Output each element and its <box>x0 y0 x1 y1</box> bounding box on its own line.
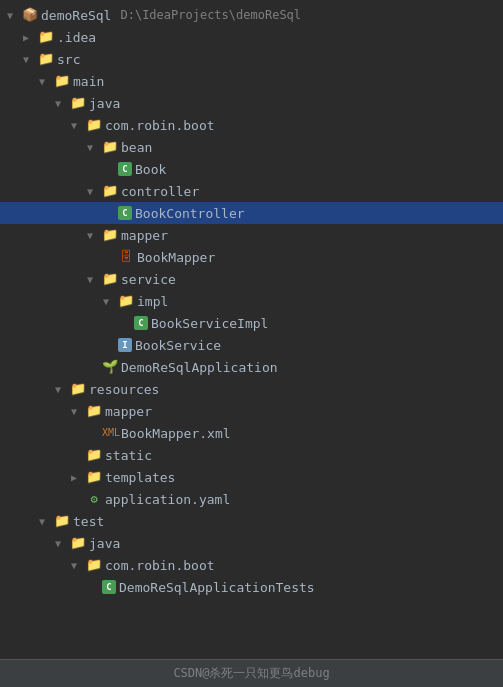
tree-item-label: mapper <box>121 228 168 243</box>
tree-indent <box>0 426 84 441</box>
tree-item-inner: 📁com.robin.boot <box>0 117 215 133</box>
tree-arrow[interactable] <box>55 384 67 395</box>
tree-indent <box>0 580 84 595</box>
tree-item-label: java <box>89 536 120 551</box>
folder-blue-icon: 📁 <box>70 535 86 551</box>
folder-blue-icon: 📁 <box>102 271 118 287</box>
tree-item-java[interactable]: 📁java <box>0 92 503 114</box>
folder-icon: 📁 <box>86 469 102 485</box>
tree-item-BookMapper.xml[interactable]: XMLBookMapper.xml <box>0 422 503 444</box>
tree-indent <box>0 492 68 507</box>
tree-item-inner: 📁service <box>0 271 176 287</box>
tree-arrow[interactable] <box>39 516 51 527</box>
tree-item-inner: 📁java <box>0 535 120 551</box>
tree-item-controller[interactable]: 📁controller <box>0 180 503 202</box>
tree-arrow[interactable] <box>71 406 83 417</box>
tree-item-inner: 📁resources <box>0 381 159 397</box>
tree-item-com.robin.boot[interactable]: 📁com.robin.boot <box>0 114 503 136</box>
tree-item-label: demoReSql <box>41 8 111 23</box>
tree-arrow[interactable] <box>23 32 35 43</box>
tree-item-static[interactable]: 📁static <box>0 444 503 466</box>
tree-item-main[interactable]: 📁main <box>0 70 503 92</box>
tree-item-inner: 📁com.robin.boot <box>0 557 215 573</box>
tree-item-inner: CBook <box>0 162 166 177</box>
tree-arrow[interactable] <box>55 98 67 109</box>
file-tree[interactable]: 📦demoReSqlD:\IdeaProjects\demoReSql 📁.id… <box>0 0 503 687</box>
tree-arrow[interactable] <box>71 560 83 571</box>
tree-item-label: BookMapper <box>137 250 215 265</box>
tree-arrow[interactable] <box>55 538 67 549</box>
tree-item-impl[interactable]: 📁impl <box>0 290 503 312</box>
tree-indent <box>0 272 84 287</box>
tree-item-mapper[interactable]: 📁mapper <box>0 224 503 246</box>
tree-item-com.robin.boot-test[interactable]: 📁com.robin.boot <box>0 554 503 576</box>
tree-arrow[interactable] <box>71 472 83 483</box>
tree-indent <box>0 250 100 265</box>
tree-item-inner: CDemoReSqlApplicationTests <box>0 580 315 595</box>
class-icon: C <box>134 316 148 330</box>
tree-arrow[interactable] <box>87 142 99 153</box>
tree-item-label: BookService <box>135 338 221 353</box>
folder-blue-icon: 📁 <box>86 557 102 573</box>
tree-indent <box>0 360 84 375</box>
tree-item-inner: CBookServiceImpl <box>0 316 268 331</box>
tree-arrow[interactable] <box>23 54 35 65</box>
tree-item-inner: XMLBookMapper.xml <box>0 425 231 441</box>
tree-arrow[interactable] <box>103 296 115 307</box>
class-icon: C <box>118 206 132 220</box>
tree-item-inner: 📁main <box>0 73 104 89</box>
folder-blue-icon: 📁 <box>102 183 118 199</box>
tree-arrow[interactable] <box>71 120 83 131</box>
tree-indent <box>0 382 52 397</box>
tree-item-label: com.robin.boot <box>105 558 215 573</box>
tree-item-label: src <box>57 52 80 67</box>
tree-item-resources[interactable]: 📁resources <box>0 378 503 400</box>
tree-item-inner: 📁mapper <box>0 227 168 243</box>
tree-item-label: DemoReSqlApplication <box>121 360 278 375</box>
tree-item-inner: 📁.idea <box>0 29 96 45</box>
tree-arrow[interactable] <box>7 10 19 21</box>
tree-indent <box>0 162 100 177</box>
root-path: D:\IdeaProjects\demoReSql <box>120 8 301 22</box>
tree-item-idea[interactable]: 📁.idea <box>0 26 503 48</box>
tree-arrow[interactable] <box>87 274 99 285</box>
tree-item-BookController[interactable]: CBookController <box>0 202 503 224</box>
tree-item-application.yaml[interactable]: ⚙application.yaml <box>0 488 503 510</box>
tree-indent <box>0 470 68 485</box>
tree-item-inner: 📁bean <box>0 139 152 155</box>
tree-item-inner: 📁static <box>0 447 152 463</box>
tree-item-inner: 📁java <box>0 95 120 111</box>
tree-indent <box>0 404 68 419</box>
tree-item-inner: 📁templates <box>0 469 175 485</box>
tree-item-mapper-res[interactable]: 📁mapper <box>0 400 503 422</box>
tree-item-DemoReSqlApplication[interactable]: 🌱DemoReSqlApplication <box>0 356 503 378</box>
tree-item-java-test[interactable]: 📁java <box>0 532 503 554</box>
tree-item-test[interactable]: 📁test <box>0 510 503 532</box>
tree-item-label: test <box>73 514 104 529</box>
tree-item-src[interactable]: 📁src <box>0 48 503 70</box>
tree-item-templates[interactable]: 📁templates <box>0 466 503 488</box>
class-icon: C <box>118 162 132 176</box>
tree-item-BookService[interactable]: IBookService <box>0 334 503 356</box>
tree-arrow[interactable] <box>87 230 99 241</box>
tree-item-DemoReSqlApplicationTests[interactable]: CDemoReSqlApplicationTests <box>0 576 503 598</box>
tree-item-label: application.yaml <box>105 492 230 507</box>
tree-item-BookMapper[interactable]: 🗄BookMapper <box>0 246 503 268</box>
tree-item-label: static <box>105 448 152 463</box>
tree-arrow[interactable] <box>87 186 99 197</box>
tree-item-label: templates <box>105 470 175 485</box>
tree-item-inner: 🌱DemoReSqlApplication <box>0 359 278 375</box>
tree-item-bean[interactable]: 📁bean <box>0 136 503 158</box>
tree-item-label: BookController <box>135 206 245 221</box>
tree-arrow[interactable] <box>39 76 51 87</box>
tree-item-label: com.robin.boot <box>105 118 215 133</box>
tree-indent <box>0 294 100 309</box>
tree-item-service[interactable]: 📁service <box>0 268 503 290</box>
tree-item-label: service <box>121 272 176 287</box>
tree-item-label: Book <box>135 162 166 177</box>
watermark-text: CSDN@杀死一只知更鸟debug <box>173 665 329 682</box>
tree-indent <box>0 8 4 23</box>
tree-item-Book[interactable]: CBook <box>0 158 503 180</box>
tree-item-root[interactable]: 📦demoReSqlD:\IdeaProjects\demoReSql <box>0 4 503 26</box>
tree-item-BookServiceImpl[interactable]: CBookServiceImpl <box>0 312 503 334</box>
